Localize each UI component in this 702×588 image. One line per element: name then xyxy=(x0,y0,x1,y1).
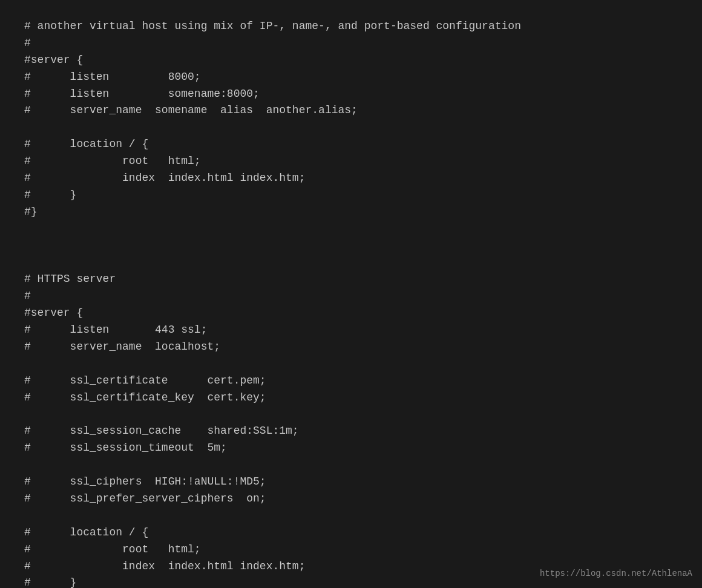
code-content: # another virtual host using mix of IP-,… xyxy=(24,18,678,588)
watermark: https://blog.csdn.net/AthlenaA xyxy=(540,567,692,581)
